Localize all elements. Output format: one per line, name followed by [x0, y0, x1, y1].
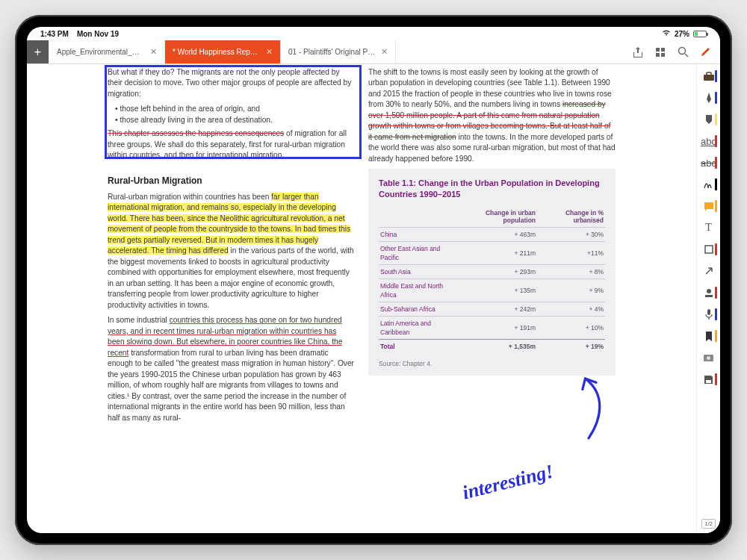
search-icon[interactable] — [677, 46, 689, 58]
highlight-annotation[interactable]: far larger than international migration,… — [108, 193, 350, 255]
tab-1[interactable]: * World Happiness Repo… ✕ — [165, 40, 281, 63]
svg-rect-12 — [707, 309, 710, 315]
screen: 1:43 PM Mon Nov 19 27% + Apple_Environme… — [27, 27, 720, 533]
list-item: those left behind in the area of origin,… — [115, 104, 355, 114]
table-cell: + 1,535m — [456, 340, 537, 354]
status-time: 1:43 PM — [40, 30, 69, 38]
status-bar: 1:43 PM Mon Nov 19 27% — [27, 27, 720, 40]
svg-rect-7 — [707, 72, 711, 75]
svg-rect-8 — [704, 202, 713, 209]
pen-icon[interactable] — [701, 90, 716, 105]
page-indicator[interactable]: 1/2 — [701, 519, 716, 529]
tab-label: * World Happiness Repo… — [173, 48, 260, 56]
status-date: Mon Nov 19 — [77, 30, 119, 38]
svg-rect-11 — [705, 295, 713, 297]
grid-icon[interactable] — [654, 46, 666, 58]
table-cell: + 293m — [456, 264, 537, 279]
table-source: Source: Chapter 4. — [379, 359, 605, 368]
list-item: those already living in the area of dest… — [115, 115, 355, 125]
save-icon[interactable] — [701, 372, 716, 387]
table-cell: + 463m — [456, 227, 537, 241]
note-icon[interactable] — [701, 199, 716, 214]
svg-point-4 — [678, 48, 685, 55]
table-cell: Sub-Saharan Africa — [379, 302, 456, 316]
document-page[interactable]: But what if they do? The migrants are no… — [27, 64, 696, 533]
underline-icon[interactable]: abc — [701, 134, 716, 149]
battery-pct: 27% — [675, 30, 689, 38]
table-cell: + 30% — [537, 227, 605, 241]
svg-point-14 — [707, 356, 710, 360]
table-cell: + 19% — [537, 340, 605, 354]
svg-line-5 — [685, 54, 688, 57]
arrow-icon[interactable] — [701, 264, 716, 279]
table-row: Middle East and North Africa+ 135m+ 9% — [379, 279, 605, 302]
table-cell: China — [379, 227, 456, 241]
close-icon[interactable]: ✕ — [381, 47, 388, 57]
column-left: But what if they do? The migrants are no… — [108, 67, 355, 428]
table-row: China+ 463m+ 30% — [379, 227, 605, 241]
table-cell: Middle East and North Africa — [379, 279, 456, 302]
paragraph: In some industrial countries this proces… — [108, 315, 355, 423]
close-icon[interactable]: ✕ — [150, 47, 157, 57]
svg-rect-0 — [656, 48, 660, 52]
ink-text-annotation[interactable]: interesting! — [460, 460, 556, 504]
top-bar: + Apple_Environmental_R… ✕ * World Happi… — [27, 40, 720, 64]
text-icon[interactable]: T — [701, 220, 716, 235]
table-cell: + 8% — [537, 264, 605, 279]
table-cell: +11% — [537, 241, 605, 264]
table-title: Table 1.1: Change in the Urban Populatio… — [379, 178, 605, 200]
camera-icon[interactable] — [701, 350, 716, 365]
table-cell: + 9% — [537, 279, 605, 302]
table-cell: Total — [379, 340, 456, 354]
close-icon[interactable]: ✕ — [266, 47, 273, 57]
mic-icon[interactable] — [701, 307, 716, 322]
table-cell: + 10% — [537, 317, 605, 340]
table-box: Table 1.1: Change in the Urban Populatio… — [368, 169, 616, 376]
top-actions — [623, 40, 720, 63]
section-heading: Rural-Urban Migration — [108, 175, 355, 187]
rect-icon[interactable] — [701, 242, 716, 257]
paragraph: But what if they do? The migrants are no… — [108, 67, 355, 99]
tab-label: 01 - Plaintiffs' Original P… — [288, 48, 375, 56]
table-cell: + 242m — [456, 302, 537, 316]
battery-icon — [693, 31, 707, 37]
table-cell: + 211m — [456, 241, 537, 264]
table-cell: South Asia — [379, 264, 456, 279]
table-cell: + 135m — [456, 279, 537, 302]
svg-rect-3 — [661, 53, 665, 57]
paragraph: The shift to the towns is most easily se… — [368, 67, 616, 164]
column-right: The shift to the towns is most easily se… — [368, 67, 616, 428]
table-cell: Other East Asian and Pacific — [379, 241, 456, 264]
table-cell: + 191m — [456, 317, 537, 340]
svg-rect-9 — [705, 246, 713, 253]
strikethrough-icon[interactable]: abc — [701, 155, 716, 170]
signature-icon[interactable] — [701, 177, 716, 192]
ipad-frame: 1:43 PM Mon Nov 19 27% + Apple_Environme… — [15, 15, 732, 545]
tab-label: Apple_Environmental_R… — [57, 48, 144, 56]
table-cell: + 4% — [537, 302, 605, 316]
strike-annotation[interactable]: This chapter assesses the happiness cons… — [108, 129, 284, 137]
table-row: South Asia+ 293m+ 8% — [379, 264, 605, 279]
tab-0[interactable]: Apple_Environmental_R… ✕ — [49, 40, 165, 63]
urban-table: Change in urban population Change in % u… — [379, 208, 605, 353]
document-body: But what if they do? The migrants are no… — [108, 64, 616, 428]
toolbox-icon[interactable] — [701, 69, 716, 84]
share-icon[interactable] — [632, 46, 644, 58]
tab-2[interactable]: 01 - Plaintiffs' Original P… ✕ — [281, 40, 396, 63]
wifi-icon — [662, 29, 671, 38]
svg-rect-1 — [661, 48, 665, 52]
bookmark-icon[interactable] — [701, 329, 716, 343]
tab-strip: Apple_Environmental_R… ✕ * World Happine… — [49, 40, 396, 63]
highlighter-icon[interactable] — [701, 112, 716, 127]
edit-pencil-icon[interactable] — [699, 46, 711, 58]
table-header: Change in % urbanised — [537, 208, 605, 227]
svg-rect-15 — [706, 380, 711, 383]
svg-rect-2 — [656, 53, 660, 57]
paragraph: Rural-urban migration within countries h… — [108, 192, 355, 311]
stamp-icon[interactable] — [701, 285, 716, 300]
new-tab-button[interactable]: + — [27, 40, 49, 63]
tool-rail: abc abc T — [696, 64, 720, 533]
svg-point-10 — [707, 289, 711, 293]
table-header: Change in urban population — [456, 208, 537, 227]
table-row-total: Total+ 1,535m+ 19% — [379, 340, 605, 354]
